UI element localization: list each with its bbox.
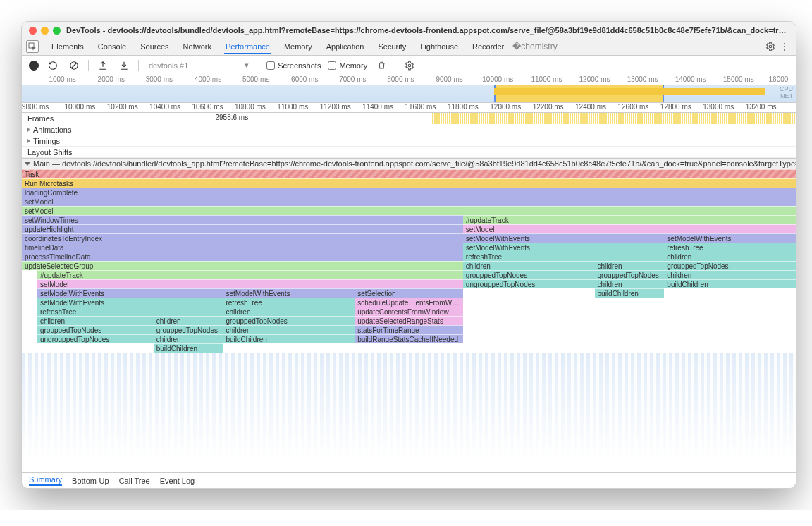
details-tab-bottom-up[interactable]: Bottom-Up: [72, 477, 109, 485]
flame-refreshtree-1[interactable]: refreshTree: [223, 298, 355, 307]
flame-stats-for-time-range[interactable]: statsForTimeRange: [355, 325, 463, 334]
tab-console[interactable]: Console: [91, 39, 133, 54]
profile-selector[interactable]: devtools #1 ▾: [146, 59, 252, 71]
devtools-window: DevTools - devtools://devtools/bundled/d…: [21, 21, 796, 489]
flame-buildchildren-r2[interactable]: buildChildren: [595, 288, 665, 298]
flame-refreshtree-r2[interactable]: refreshTree: [463, 252, 664, 261]
overview-body[interactable]: CPU NET: [22, 85, 796, 102]
details-tab-summary[interactable]: Summary: [29, 475, 62, 486]
flame-grouppedtop-r[interactable]: grouppedTopNodes: [664, 261, 796, 270]
window-title: DevTools - devtools://devtools/bundled/d…: [66, 26, 789, 35]
flame-children-r3[interactable]: children: [595, 261, 665, 270]
flame-timeline-data[interactable]: timelineData: [22, 243, 463, 252]
flame-task[interactable]: Task: [22, 169, 796, 178]
flame-update-selected-group[interactable]: updateSelectedGroup: [22, 261, 463, 270]
flame-children-r[interactable]: children: [664, 252, 796, 261]
flame-refreshtree-r[interactable]: refreshTree: [664, 243, 796, 252]
flame-setmodelwithevents-r2[interactable]: setModelWithEvents: [664, 233, 796, 243]
details-tabs: Summary Bottom-Up Call Tree Event Log: [22, 472, 796, 488]
flame-set-model-3[interactable]: setModel: [37, 279, 463, 288]
flame-smwe-3[interactable]: setModelWithEvents: [37, 298, 223, 307]
upload-profile-icon[interactable]: [96, 59, 110, 73]
close-window-button[interactable]: [29, 27, 37, 35]
tab-sources[interactable]: Sources: [133, 39, 176, 54]
flame-grouppedtop-2[interactable]: grouppedTopNodes: [37, 325, 154, 334]
flame-refreshtree-2[interactable]: refreshTree: [37, 307, 223, 316]
flame-ungrouppedtop-1[interactable]: ungrouppedTopNodes: [37, 334, 154, 343]
flame-children-3[interactable]: children: [154, 316, 223, 325]
flame-set-model-r[interactable]: setModel: [463, 224, 796, 233]
tab-memory[interactable]: Memory: [277, 39, 319, 54]
frames-bars: [432, 113, 796, 124]
flame-update-track-r[interactable]: #updateTrack: [463, 215, 796, 224]
flame-loading-complete[interactable]: loadingComplete: [22, 188, 796, 197]
flame-children-1[interactable]: children: [223, 307, 355, 316]
overview-panel[interactable]: 1000 ms 2000 ms 3000 ms 4000 ms 5000 ms …: [22, 75, 796, 103]
layout-shifts-track-header[interactable]: Layout Shifts: [22, 147, 796, 158]
screenshots-checkbox[interactable]: Screenshots: [266, 61, 321, 70]
flame-update-highlight[interactable]: updateHighlight: [22, 224, 463, 233]
flame-children-2[interactable]: children: [37, 316, 154, 325]
flame-setmodelwithevents-r1[interactable]: setModelWithEvents: [463, 233, 664, 243]
delete-profile-icon[interactable]: [374, 59, 388, 73]
recorder-preview-icon: �chemistry: [512, 42, 557, 51]
flame-update-track[interactable]: #updateTrack: [37, 270, 463, 279]
tab-application[interactable]: Application: [319, 39, 371, 54]
flame-update-selected-range[interactable]: updateSelectedRangeStats: [355, 316, 463, 325]
flame-smwe-2[interactable]: setModelWithEvents: [223, 288, 355, 298]
tab-recorder[interactable]: Recorder: [465, 39, 511, 54]
flame-setmodelwithevents-r3[interactable]: setModelWithEvents: [463, 243, 664, 252]
net-label: NET: [780, 92, 793, 99]
clear-button[interactable]: [67, 59, 81, 73]
flame-ungrouppedtop-r[interactable]: ungrouppedTopNodes: [463, 279, 595, 288]
traffic-lights[interactable]: [29, 27, 61, 35]
tab-elements[interactable]: Elements: [44, 39, 91, 54]
flame-build-range-stats[interactable]: buildRangeStatsCacheIfNeeded: [355, 334, 463, 343]
details-tab-event-log[interactable]: Event Log: [160, 477, 195, 485]
settings-gear-icon[interactable]: [763, 39, 777, 54]
frames-track-header[interactable]: Frames: [22, 113, 54, 124]
download-profile-icon[interactable]: [117, 59, 131, 73]
flame-coord-to-entry[interactable]: coordinatesToEntryIndex: [22, 233, 463, 243]
maximize-window-button[interactable]: [53, 27, 61, 35]
record-button[interactable]: [29, 61, 39, 71]
main-thread-header[interactable]: Main — devtools://devtools/bundled/devto…: [22, 158, 796, 169]
flame-children-r5[interactable]: children: [595, 279, 665, 288]
flame-grouppedtop-r2[interactable]: grouppedTopNodes: [463, 270, 595, 279]
flame-buildchildren-r[interactable]: buildChildren: [664, 279, 796, 288]
flame-grouppedtop-r3[interactable]: grouppedTopNodes: [595, 270, 665, 279]
flame-children-r2[interactable]: children: [463, 261, 595, 270]
flame-set-window-times[interactable]: setWindowTimes: [22, 215, 463, 224]
memory-checkbox[interactable]: Memory: [328, 61, 367, 70]
details-tab-call-tree[interactable]: Call Tree: [119, 477, 150, 485]
timings-track-header[interactable]: Timings: [22, 135, 796, 147]
more-menu-icon[interactable]: ⋮: [777, 39, 792, 54]
flame-grouppedtop-1[interactable]: grouppedTopNodes: [223, 316, 355, 325]
capture-settings-gear-icon[interactable]: [402, 59, 417, 73]
flame-children-4[interactable]: children: [223, 325, 355, 334]
flame-children-r4[interactable]: children: [664, 270, 796, 279]
flame-process-timeline-data[interactable]: processTimelineData: [22, 252, 463, 261]
reload-record-button[interactable]: [46, 59, 60, 73]
flame-run-microtasks[interactable]: Run Microtasks: [22, 178, 796, 188]
inspect-element-icon[interactable]: [26, 40, 39, 53]
timeline-ruler[interactable]: 9800 ms 10000 ms 10200 ms 10400 ms 10600…: [22, 103, 796, 113]
flame-update-contents[interactable]: updateContentsFromWindow: [355, 307, 463, 316]
tab-performance[interactable]: Performance: [219, 39, 277, 54]
flame-set-selection[interactable]: setSelection: [355, 288, 463, 298]
flame-schedule-update[interactable]: scheduleUpdate…entsFromWindow: [355, 298, 463, 307]
flame-smwe-1[interactable]: setModelWithEvents: [37, 288, 223, 298]
flame-chart[interactable]: Task Run Microtasks loadingComplete setM…: [22, 169, 796, 472]
minimize-window-button[interactable]: [41, 27, 49, 35]
flame-children-5[interactable]: children: [154, 334, 223, 343]
tab-lighthouse[interactable]: Lighthouse: [413, 39, 465, 54]
animations-track-header[interactable]: Animations: [22, 124, 796, 135]
flame-set-model-1[interactable]: setModel: [22, 197, 796, 206]
flame-buildchildren-1[interactable]: buildChildren: [223, 334, 355, 343]
profile-selector-label: devtools #1: [149, 61, 188, 70]
flame-set-model-2[interactable]: setModel: [22, 206, 796, 215]
flame-buildchildren-2[interactable]: buildChildren: [154, 343, 223, 353]
tab-security[interactable]: Security: [371, 39, 413, 54]
tab-network[interactable]: Network: [176, 39, 219, 54]
flame-grouppedtop-3[interactable]: grouppedTopNodes: [154, 325, 223, 334]
